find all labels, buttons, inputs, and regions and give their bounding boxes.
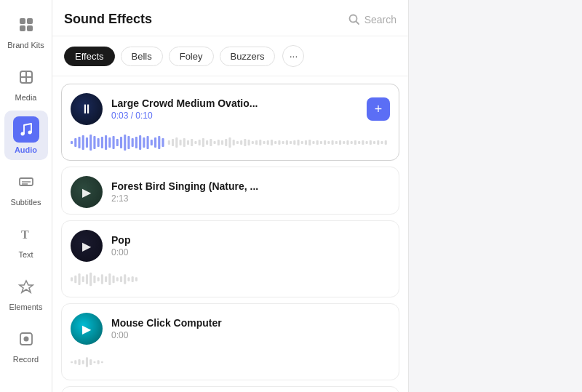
panel-title: Sound Effects bbox=[64, 12, 152, 27]
sound-item-pop[interactable]: Pop 0:00 bbox=[61, 220, 399, 297]
sidebar-item-record[interactable]: Record bbox=[4, 320, 48, 369]
sidebar-item-audio-label: Audio bbox=[15, 145, 37, 154]
svg-rect-62 bbox=[240, 140, 242, 145]
elements-icon-wrap bbox=[13, 273, 39, 300]
sidebar-item-audio[interactable]: Audio bbox=[4, 111, 48, 160]
sidebar-item-elements[interactable]: Elements bbox=[4, 268, 48, 317]
svg-point-7 bbox=[20, 132, 24, 136]
sound-thumb-large-crowd bbox=[71, 93, 103, 125]
svg-rect-23 bbox=[89, 135, 92, 151]
svg-rect-88 bbox=[339, 140, 341, 145]
sidebar-item-brand-kits-label: Brand Kits bbox=[7, 41, 44, 49]
svg-rect-107 bbox=[93, 276, 95, 284]
sound-thumb-pop bbox=[71, 230, 103, 262]
text-icon: T bbox=[18, 226, 34, 242]
svg-rect-105 bbox=[86, 274, 88, 284]
svg-rect-2 bbox=[20, 25, 25, 31]
sound-item-top-forest-bird: Forest Bird Singing (Nature, ... 2:13 bbox=[71, 176, 390, 208]
svg-rect-71 bbox=[274, 141, 276, 144]
sound-info-mouse-click: Mouse Click Computer 0:00 bbox=[111, 317, 390, 340]
svg-rect-52 bbox=[202, 138, 204, 147]
svg-rect-66 bbox=[255, 140, 258, 145]
svg-rect-106 bbox=[89, 273, 92, 287]
svg-rect-101 bbox=[71, 277, 73, 281]
svg-rect-115 bbox=[124, 274, 126, 284]
sound-duration-pop: 0:00 bbox=[111, 247, 390, 257]
brand-kits-icon-wrap bbox=[13, 12, 39, 38]
sound-item-top-pop: Pop 0:00 bbox=[71, 230, 390, 262]
svg-rect-90 bbox=[346, 140, 348, 145]
search-icon bbox=[348, 14, 360, 25]
svg-rect-112 bbox=[112, 276, 114, 284]
subtitles-icon bbox=[18, 174, 34, 190]
svg-rect-43 bbox=[168, 140, 170, 145]
svg-rect-74 bbox=[286, 140, 288, 145]
svg-rect-49 bbox=[191, 139, 193, 146]
svg-rect-117 bbox=[132, 276, 134, 282]
svg-rect-41 bbox=[158, 136, 160, 149]
svg-rect-73 bbox=[282, 141, 284, 144]
sidebar-item-subtitles[interactable]: Subtitles bbox=[4, 163, 48, 212]
svg-rect-18 bbox=[71, 141, 73, 144]
add-button-large-crowd[interactable]: + bbox=[367, 97, 390, 121]
waveform-mouse-click bbox=[71, 351, 390, 374]
svg-rect-55 bbox=[214, 141, 216, 144]
svg-rect-84 bbox=[324, 140, 326, 145]
svg-rect-103 bbox=[78, 273, 80, 285]
filter-tab-bells[interactable]: Bells bbox=[121, 47, 163, 66]
svg-rect-29 bbox=[112, 136, 114, 149]
svg-rect-34 bbox=[132, 138, 134, 147]
svg-rect-60 bbox=[233, 140, 235, 145]
elements-icon bbox=[18, 279, 34, 295]
sidebar-item-text[interactable]: T Text bbox=[4, 215, 48, 265]
search-box[interactable]: Search bbox=[348, 14, 396, 25]
sound-item-large-crowd[interactable]: Large Crowd Medium Ovatio... 0:03 / 0:10… bbox=[61, 84, 399, 161]
filter-tab-effects[interactable]: Effects bbox=[64, 47, 115, 66]
waveform-svg-mouse-click bbox=[71, 351, 390, 374]
svg-rect-70 bbox=[271, 140, 273, 145]
svg-rect-40 bbox=[154, 137, 156, 148]
sound-item-forest-bird[interactable]: Forest Bird Singing (Nature, ... 2:13 bbox=[61, 167, 399, 215]
svg-rect-96 bbox=[370, 140, 372, 145]
svg-rect-45 bbox=[175, 137, 178, 148]
sound-item-tune-fm[interactable]: Tune Fm Radio 0:03 bbox=[61, 386, 399, 392]
sound-info-large-crowd: Large Crowd Medium Ovatio... 0:03 / 0:10 bbox=[111, 97, 358, 121]
sound-duration-large-crowd: 0:03 / 0:10 bbox=[111, 111, 358, 121]
svg-rect-116 bbox=[127, 277, 129, 281]
svg-rect-109 bbox=[101, 274, 103, 284]
panel-header: Sound Effects Search bbox=[52, 0, 408, 36]
svg-rect-61 bbox=[236, 141, 239, 144]
sound-duration-forest-bird: 2:13 bbox=[111, 193, 390, 204]
svg-rect-72 bbox=[278, 140, 280, 145]
svg-rect-89 bbox=[343, 141, 345, 144]
filter-tab-buzzers[interactable]: Buzzers bbox=[220, 47, 276, 66]
svg-rect-69 bbox=[267, 140, 269, 145]
right-panel bbox=[409, 0, 582, 392]
filter-tab-foley[interactable]: Foley bbox=[169, 47, 214, 66]
svg-marker-13 bbox=[20, 281, 33, 292]
sidebar-item-media[interactable]: Media bbox=[4, 58, 48, 108]
svg-rect-102 bbox=[74, 276, 76, 284]
svg-rect-92 bbox=[354, 140, 356, 145]
svg-rect-85 bbox=[327, 141, 330, 144]
waveform-svg-pop bbox=[71, 268, 390, 291]
sound-item-mouse-click[interactable]: Mouse Click Computer 0:00 bbox=[61, 303, 399, 380]
svg-rect-65 bbox=[252, 141, 254, 144]
sidebar-item-text-label: Text bbox=[18, 250, 33, 259]
svg-text:T: T bbox=[21, 228, 29, 241]
audio-icon-wrap bbox=[13, 116, 39, 143]
svg-rect-111 bbox=[108, 273, 111, 285]
sidebar-item-record-label: Record bbox=[13, 355, 39, 364]
svg-rect-38 bbox=[147, 136, 149, 149]
svg-rect-124 bbox=[89, 359, 92, 365]
svg-rect-119 bbox=[71, 361, 73, 364]
svg-rect-42 bbox=[162, 138, 164, 147]
svg-rect-54 bbox=[210, 139, 212, 146]
svg-rect-26 bbox=[101, 137, 103, 148]
svg-rect-82 bbox=[316, 140, 319, 145]
filter-more-button[interactable]: ··· bbox=[282, 45, 304, 67]
sidebar-item-brand-kits[interactable]: Brand Kits bbox=[4, 6, 48, 55]
svg-rect-30 bbox=[116, 139, 119, 146]
svg-rect-39 bbox=[151, 140, 153, 145]
svg-rect-50 bbox=[194, 141, 196, 144]
